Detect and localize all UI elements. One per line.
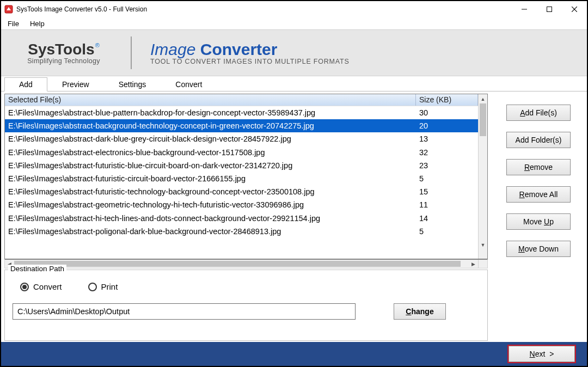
app-window: SysTools Image Converter v5.0 - Full Ver… [0, 0, 588, 367]
brand-divider [131, 36, 132, 69]
move-down-button[interactable]: Move Down [506, 241, 571, 257]
cell-file: E:\Files\Images\abstract-hi-tech-lines-a… [5, 214, 416, 223]
cell-file: E:\Files\Images\abstract-futuristic-blue… [5, 161, 416, 170]
scroll-up-icon[interactable]: ▲ [479, 94, 487, 103]
product-name-light: Image [150, 40, 200, 58]
remove-all-button[interactable]: Remove All [506, 186, 571, 203]
cell-size: 14 [416, 214, 478, 223]
app-icon [4, 5, 13, 14]
menu-file[interactable]: File [2, 19, 24, 29]
radio-print-label: Print [101, 282, 118, 291]
table-row[interactable]: E:\Files\Images\abstract-hi-tech-lines-a… [5, 212, 478, 225]
table-row[interactable]: E:\Files\Images\abstract-geometric-techn… [5, 198, 478, 211]
footer-bar: Next > [1, 342, 587, 366]
horizontal-scrollbar[interactable]: ◀ ▶ [4, 259, 488, 268]
radio-convert[interactable]: Convert [20, 282, 62, 291]
brand-tagline: Simplifying Technology [27, 57, 100, 65]
next-button[interactable]: Next > [509, 346, 575, 362]
table-row[interactable]: E:\Files\Images\abstract-blue-pattern-ba… [5, 106, 478, 119]
table-row[interactable]: E:\Files\Images\abstract-futuristic-circ… [5, 172, 478, 185]
cell-size: 32 [416, 148, 478, 157]
cell-file: E:\Files\Images\abstract-background-tech… [5, 121, 416, 130]
cell-file: E:\Files\Images\abstract-futuristic-circ… [5, 174, 416, 183]
cell-file: E:\Files\Images\abstract-blue-pattern-ba… [5, 108, 416, 117]
output-mode-radios: Convert Print [13, 276, 480, 303]
col-header-selected-files[interactable]: Selected File(s) [5, 94, 416, 106]
change-button[interactable]: Change [394, 303, 446, 320]
radio-convert-label: Convert [33, 282, 62, 291]
file-list-body[interactable]: E:\Files\Images\abstract-blue-pattern-ba… [5, 106, 478, 259]
add-files-button[interactable]: Add File(s) [506, 105, 571, 121]
table-row[interactable]: E:\Files\Images\abstract-futuristic-blue… [5, 159, 478, 172]
brand-header: SysTools ® Simplifying Technology Image … [1, 29, 587, 76]
left-column: Selected File(s) Size (KB) E:\Files\Imag… [4, 94, 488, 341]
table-row[interactable]: E:\Files\Images\abstract-electronics-blu… [5, 146, 478, 159]
cell-size: 5 [416, 174, 478, 183]
brand-registered: ® [95, 42, 100, 48]
cell-size: 11 [416, 200, 478, 209]
cell-file: E:\Files\Images\abstract-futuristic-tech… [5, 187, 416, 196]
cell-size: 5 [416, 227, 478, 236]
tab-add[interactable]: Add [4, 77, 47, 91]
destination-path-group: Destination Path Convert Print Change [4, 270, 488, 341]
move-up-button[interactable]: Move Up [506, 213, 571, 230]
table-row[interactable]: E:\Files\Images\abstract-futuristic-tech… [5, 185, 478, 198]
cell-file: E:\Files\Images\abstract-dark-blue-grey-… [5, 134, 416, 143]
remove-button[interactable]: Remove [506, 159, 571, 175]
file-list-header: Selected File(s) Size (KB) [5, 94, 478, 106]
add-folders-button[interactable]: Add Folder(s) [506, 132, 571, 148]
menu-help[interactable]: Help [24, 19, 50, 29]
table-row[interactable]: E:\Files\Images\abstract-dark-blue-grey-… [5, 132, 478, 145]
cell-size: 20 [416, 121, 478, 130]
cell-size: 13 [416, 134, 478, 143]
brand-product: Image Converter TOOL TO CONVERT IMAGES I… [150, 40, 350, 65]
tabstrip: Add Preview Settings Convert [1, 76, 587, 91]
radio-dot-icon [88, 283, 97, 291]
main-panel: Selected File(s) Size (KB) E:\Files\Imag… [1, 91, 587, 342]
minimize-button[interactable] [512, 1, 537, 17]
svg-rect-2 [547, 7, 552, 12]
scroll-thumb[interactable] [480, 103, 486, 136]
tab-settings[interactable]: Settings [104, 77, 161, 91]
cell-size: 23 [416, 161, 478, 170]
scroll-right-icon[interactable]: ▶ [469, 261, 478, 267]
radio-dot-icon [20, 283, 29, 291]
maximize-button[interactable] [537, 1, 562, 17]
vertical-scrollbar[interactable]: ▲ ▼ [478, 94, 487, 259]
tab-convert[interactable]: Convert [161, 77, 217, 91]
radio-print[interactable]: Print [88, 282, 118, 291]
table-row[interactable]: E:\Files\Images\abstract-background-tech… [5, 119, 478, 132]
titlebar: SysTools Image Converter v5.0 - Full Ver… [1, 1, 587, 17]
cell-file: E:\Files\Images\abstract-poligonal-dark-… [5, 227, 416, 236]
window-controls [512, 1, 587, 17]
tab-preview[interactable]: Preview [47, 77, 104, 91]
cell-file: E:\Files\Images\abstract-electronics-blu… [5, 148, 416, 157]
brand-logo-text: SysTools [28, 41, 94, 58]
cell-size: 15 [416, 187, 478, 196]
menubar: File Help [1, 17, 587, 29]
side-button-panel: Add File(s) Add Folder(s) Remove Remove … [493, 94, 584, 341]
hscroll-thumb[interactable] [14, 261, 461, 267]
destination-path-input[interactable] [13, 303, 356, 320]
window-title: SysTools Image Converter v5.0 - Full Ver… [16, 5, 512, 13]
cell-size: 30 [416, 108, 478, 117]
table-row[interactable]: E:\Files\Images\abstract-poligonal-dark-… [5, 225, 478, 238]
file-list-container: Selected File(s) Size (KB) E:\Files\Imag… [4, 94, 488, 259]
cell-file: E:\Files\Images\abstract-geometric-techn… [5, 200, 416, 209]
destination-path-legend: Destination Path [8, 265, 66, 273]
close-button[interactable] [562, 1, 587, 17]
file-list: Selected File(s) Size (KB) E:\Files\Imag… [5, 94, 478, 259]
product-name-bold: Converter [200, 40, 278, 58]
scroll-down-icon[interactable]: ▼ [479, 240, 487, 249]
col-header-size[interactable]: Size (KB) [416, 94, 478, 106]
product-subtitle: TOOL TO CONVERT IMAGES INTO MULTIPLE FOR… [150, 58, 350, 65]
brand-logo: SysTools ® Simplifying Technology [1, 41, 126, 65]
scroll-corner [478, 260, 487, 268]
